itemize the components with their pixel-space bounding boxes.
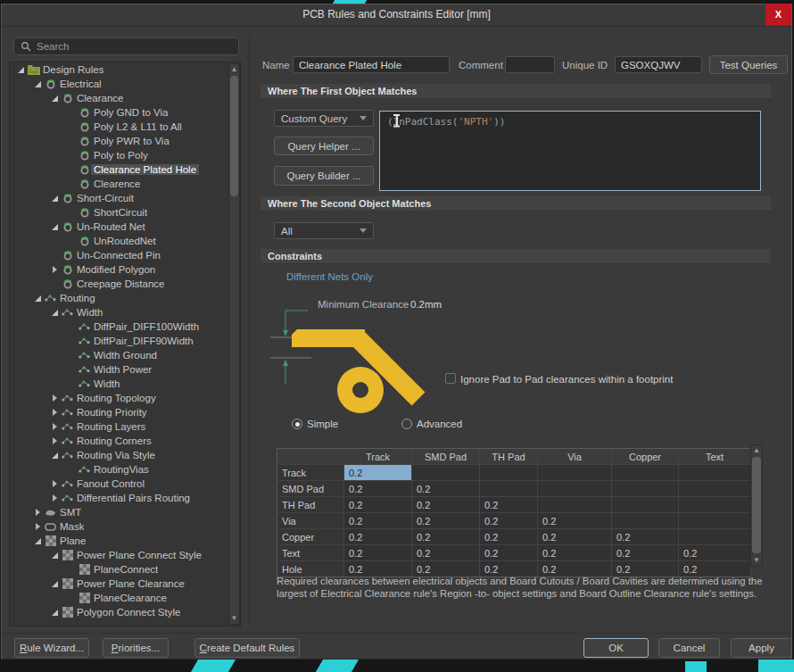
matrix-cell-th-pad-th-pad[interactable]: 0.2	[480, 497, 538, 512]
matrix-cell-smd-pad-th-pad[interactable]	[480, 481, 538, 496]
matrix-cell-th-pad-smd-pad[interactable]: 0.2	[412, 497, 480, 512]
collapse-icon[interactable]	[32, 79, 44, 88]
tree-item-design-rules[interactable]: Design Rules	[10, 62, 240, 77]
collapse-icon[interactable]	[49, 194, 61, 203]
expand-icon[interactable]	[49, 265, 61, 274]
collapse-icon[interactable]	[49, 551, 61, 560]
matrix-cell-smd-pad-via[interactable]	[538, 481, 612, 496]
collapse-icon[interactable]	[15, 65, 27, 74]
matrix-cell-th-pad-via[interactable]	[538, 497, 612, 512]
title-bar[interactable]: PCB Rules and Constraints Editor [mm] X	[2, 4, 791, 27]
tree-item-unroutednet[interactable]: UnRoutedNet	[10, 234, 240, 248]
unique-id-input[interactable]: GSOXQJWV	[615, 56, 702, 73]
matrix-cell-track-track[interactable]: 0.2	[344, 465, 412, 480]
simple-radio-label[interactable]: Simple	[307, 419, 338, 429]
tree-item-un-connected-pin[interactable]: Un-Connected Pin	[10, 248, 240, 262]
scrollbar-thumb[interactable]	[752, 457, 761, 553]
tree-item-poly-pwr-to-via[interactable]: Poly PWR to Via	[10, 134, 240, 148]
matrix-cell-track-via[interactable]	[538, 465, 612, 480]
tree-item-poly-gnd-to-via[interactable]: Poly GND to Via	[10, 105, 240, 120]
matrix-cell-via-text[interactable]	[679, 513, 751, 528]
matrix-cell-copper-text[interactable]	[679, 529, 751, 544]
tree-item-smt[interactable]: SMT	[10, 505, 240, 519]
matrix-cell-hole-copper[interactable]: 0.2	[612, 561, 679, 577]
expand-icon[interactable]	[49, 422, 61, 431]
search-input[interactable]: Search	[13, 37, 239, 55]
tree-item-diffpair-diff100width[interactable]: DiffPair_DIFF100Width	[10, 319, 240, 334]
collapse-icon[interactable]	[49, 94, 61, 103]
matrix-cell-via-via[interactable]: 0.2	[538, 513, 612, 528]
matrix-scrollbar[interactable]: ▲ ▼	[750, 444, 763, 567]
second-match-scope-dropdown[interactable]: All	[274, 222, 374, 239]
tree-item-width[interactable]: Width	[10, 305, 240, 319]
matrix-cell-via-track[interactable]: 0.2	[344, 513, 412, 528]
comment-input[interactable]	[505, 56, 555, 73]
matrix-cell-text-text[interactable]: 0.2	[679, 545, 751, 560]
tree-item-routing-corners[interactable]: Routing Corners	[10, 434, 240, 448]
tree-item-routing[interactable]: Routing	[10, 291, 240, 305]
expand-icon[interactable]	[49, 394, 61, 402]
tree-item-routing-topology[interactable]: Routing Topology	[10, 391, 240, 405]
tree-item-routing-priority[interactable]: Routing Priority	[10, 405, 240, 419]
advanced-radio-label[interactable]: Advanced	[417, 419, 462, 429]
close-button[interactable]: X	[765, 4, 791, 26]
collapse-icon[interactable]	[49, 222, 61, 231]
rule-wizard-button[interactable]: Rule Wizard...	[14, 638, 89, 658]
tree-item-shortcircuit[interactable]: ShortCircuit	[10, 205, 240, 220]
tree-item-width-ground[interactable]: Width Ground	[10, 348, 240, 362]
matrix-cell-text-track[interactable]: 0.2	[344, 545, 412, 560]
matrix-cell-copper-smd-pad[interactable]: 0.2	[412, 529, 480, 544]
scroll-down-icon[interactable]: ▼	[229, 613, 239, 624]
matrix-cell-smd-pad-track[interactable]: 0.2	[344, 481, 412, 496]
tree-item-routing-via-style[interactable]: Routing Via Style	[10, 448, 240, 462]
collapse-icon[interactable]	[49, 451, 61, 460]
priorities-button[interactable]: Priorities...	[103, 638, 169, 658]
ok-button[interactable]: OK	[583, 638, 649, 658]
tree-item-fanout-control[interactable]: Fanout Control	[10, 477, 240, 491]
tree-item-poly-l2-l11-to-all[interactable]: Poly L2 & L11 to All	[10, 120, 240, 134]
tree-item-short-circuit[interactable]: Short-Circuit	[10, 191, 240, 205]
matrix-cell-smd-pad-smd-pad[interactable]: 0.2	[412, 481, 480, 496]
expand-icon[interactable]	[49, 479, 61, 488]
matrix-cell-via-copper[interactable]	[612, 513, 679, 528]
matrix-cell-hole-th-pad[interactable]: 0.2	[480, 561, 538, 577]
name-input[interactable]: Clearance Plated Hole	[293, 56, 450, 73]
tree-item-poly-to-poly[interactable]: Poly to Poly	[10, 148, 240, 162]
tree-item-polygon-connect-style[interactable]: Polygon Connect Style	[10, 605, 240, 619]
matrix-cell-th-pad-track[interactable]: 0.2	[344, 497, 412, 512]
scroll-up-icon[interactable]: ▲	[229, 64, 239, 75]
tree-item-un-routed-net[interactable]: Un-Routed Net	[10, 220, 240, 234]
query-builder-button[interactable]: Query Builder ...	[274, 166, 374, 186]
ignore-pad-to-pad-checkbox[interactable]	[445, 373, 456, 384]
tree-item-clearance-plated-hole[interactable]: Clearance Plated Hole	[10, 162, 240, 177]
tree-item-clearance[interactable]: Clearance	[10, 91, 240, 105]
matrix-cell-track-copper[interactable]	[612, 465, 679, 480]
test-queries-button[interactable]: Test Queries	[709, 55, 788, 74]
expand-icon[interactable]	[49, 436, 61, 445]
scroll-up-icon[interactable]: ▲	[751, 445, 762, 456]
tree-item-power-plane-clearance[interactable]: Power Plane Clearance	[10, 577, 240, 591]
tree-item-creepage-distance[interactable]: Creepage Distance	[10, 277, 240, 291]
matrix-cell-track-th-pad[interactable]	[480, 465, 538, 480]
scroll-down-icon[interactable]: ▼	[751, 555, 762, 566]
matrix-cell-hole-smd-pad[interactable]: 0.2	[412, 561, 480, 577]
first-match-scope-dropdown[interactable]: Custom Query	[274, 110, 374, 127]
tree-item-planeclearance[interactable]: PlaneClearance	[10, 591, 240, 605]
expand-icon[interactable]	[32, 508, 44, 517]
collapse-icon[interactable]	[49, 579, 61, 588]
matrix-cell-th-pad-text[interactable]	[679, 497, 751, 512]
tree-item-differential-pairs-routing[interactable]: Differential Pairs Routing	[10, 491, 240, 505]
matrix-cell-hole-via[interactable]: 0.2	[538, 561, 612, 577]
matrix-cell-smd-pad-text[interactable]	[679, 481, 751, 496]
matrix-cell-copper-copper[interactable]: 0.2	[612, 529, 679, 544]
expand-icon[interactable]	[49, 408, 61, 417]
tree-item-routingvias[interactable]: RoutingVias	[10, 462, 240, 477]
create-default-rules-button[interactable]: Create Default Rules	[194, 638, 300, 658]
matrix-cell-copper-via[interactable]: 0.2	[538, 529, 612, 544]
query-helper-button[interactable]: Query Helper ...	[274, 137, 374, 155]
custom-query-input[interactable]: (InPadClass('NPTH'))	[379, 111, 761, 191]
different-nets-label[interactable]: Different Nets Only	[286, 271, 373, 282]
tree-item-diffpair-diff90width[interactable]: DiffPair_DIFF90Width	[10, 334, 240, 348]
tree-item-routing-layers[interactable]: Routing Layers	[10, 419, 240, 434]
simple-radio[interactable]	[292, 419, 302, 429]
